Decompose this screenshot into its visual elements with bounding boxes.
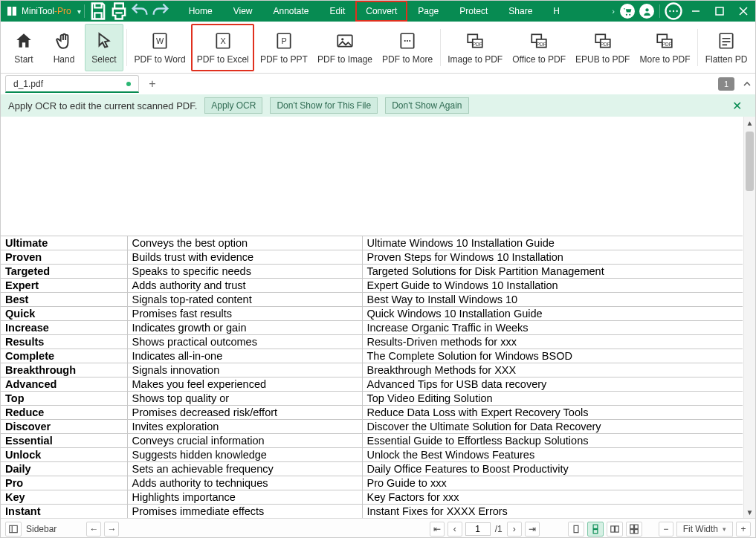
view-continuous-button[interactable] xyxy=(587,522,604,537)
excel-icon: X xyxy=(213,30,233,51)
tool-office-to-pdf[interactable]: PDFOffice to PDF xyxy=(508,24,570,71)
menu-view[interactable]: View xyxy=(223,1,263,22)
svg-rect-37 xyxy=(630,525,633,528)
tool-pdf-to-more[interactable]: PDF to More xyxy=(378,24,437,71)
view-facing-button[interactable] xyxy=(607,522,623,537)
tool-pdf-to-word[interactable]: WPDF to Word xyxy=(130,24,190,71)
table-cell: Reduce xyxy=(1,406,127,420)
prev-page-button[interactable]: ← xyxy=(86,522,101,537)
tool-pdf-to-ppt[interactable]: PPDF to PPT xyxy=(256,24,311,71)
table-cell: Quick Windows 10 Installation Guide xyxy=(362,307,743,321)
table-cell: Increase Organic Traffic in Weeks xyxy=(362,321,743,335)
table-row: InstantPromises immediate effectsInstant… xyxy=(1,505,743,519)
table-cell: Conveys the best option xyxy=(127,236,362,250)
page-up-button[interactable]: ‹ xyxy=(448,522,462,537)
menu-home[interactable]: Home xyxy=(178,1,223,22)
table-cell: Reduce Data Loss with Expert Recovery To… xyxy=(362,406,743,420)
apply-ocr-button[interactable]: Apply OCR xyxy=(204,97,262,114)
tool-start[interactable]: Start xyxy=(4,24,43,71)
table-cell: Discover the Ultimate Solution for Data … xyxy=(362,420,743,434)
svg-rect-33 xyxy=(593,525,598,528)
tab-modified-dot xyxy=(126,82,131,86)
menu-annotate[interactable]: Annotate xyxy=(263,1,320,22)
page-down-button[interactable]: › xyxy=(507,522,522,537)
table-row: KeyHighlights importanceKey Factors for … xyxy=(1,490,743,505)
document-viewport[interactable]: UltimateConveys the best optionUltimate … xyxy=(1,117,743,518)
last-page-button[interactable]: ⇥ xyxy=(525,522,540,537)
redo-icon[interactable] xyxy=(150,1,171,22)
menu-page[interactable]: Page xyxy=(407,1,449,22)
dont-show-again-button[interactable]: Don't Show Again xyxy=(385,97,468,114)
dont-show-file-button[interactable]: Don't Show for This File xyxy=(270,97,378,114)
print-icon[interactable] xyxy=(109,1,129,22)
tool-flatten-pd[interactable]: Flatten PD xyxy=(701,24,752,71)
tool-image-to-pdf[interactable]: PDFImage to PDF xyxy=(444,24,507,71)
scroll-down-icon[interactable]: ▼ xyxy=(744,506,755,518)
page-number-input[interactable] xyxy=(465,522,491,536)
add-tab-button[interactable]: + xyxy=(143,75,161,93)
save-icon[interactable] xyxy=(88,1,109,22)
table-cell: Daily Office Features to Boost Productiv… xyxy=(362,462,743,476)
table-cell: Breakthrough Methods for XXX xyxy=(362,363,743,377)
close-button[interactable] xyxy=(731,1,755,22)
tool-pdf-to-image[interactable]: PDF to Image xyxy=(313,24,376,71)
svg-rect-40 xyxy=(634,529,638,533)
minimize-button[interactable] xyxy=(684,1,708,22)
epub2pdf-icon: PDF xyxy=(593,30,613,51)
undo-icon[interactable] xyxy=(129,1,150,22)
maximize-button[interactable] xyxy=(708,1,731,22)
scroll-up-icon[interactable]: ▲ xyxy=(744,117,755,129)
user-icon[interactable] xyxy=(639,4,654,19)
table-cell: Promises fast results xyxy=(127,307,362,321)
zoom-selector[interactable]: Fit Width▾ xyxy=(676,522,733,537)
table-cell: Ultimate Windows 10 Installation Guide xyxy=(362,236,743,250)
table-cell: Results-Driven methods for xxx xyxy=(362,335,743,349)
view-facing-continuous-button[interactable] xyxy=(626,522,642,537)
table-row: QuickPromises fast resultsQuick Windows … xyxy=(1,307,743,321)
tool-epub-to-pdf[interactable]: PDFEPUB to PDF xyxy=(572,24,634,71)
menu-edit[interactable]: Edit xyxy=(320,1,356,22)
tool-label: Start xyxy=(14,54,33,65)
first-page-button[interactable]: ⇤ xyxy=(430,522,445,537)
tool-more-to-pdf[interactable]: PDFMore to PDF xyxy=(636,24,694,71)
table-row: AdvancedMakes you feel experiencedAdvanc… xyxy=(1,377,743,392)
menu-share[interactable]: Share xyxy=(498,1,543,22)
sidebar-toggle-button[interactable] xyxy=(5,522,22,537)
vertical-scrollbar[interactable]: ▲ ▼ xyxy=(743,117,755,518)
table-cell: Essential Guide to Effortless Backup Sol… xyxy=(362,434,743,448)
home-icon xyxy=(14,30,33,51)
tool-select[interactable]: Select xyxy=(85,24,123,71)
table-cell: Adds authority to techniques xyxy=(127,476,362,490)
table-cell: Discover xyxy=(1,420,127,434)
menu-convert[interactable]: Convert xyxy=(355,1,407,22)
next-page-button[interactable]: → xyxy=(104,522,119,537)
menu-h[interactable]: H xyxy=(543,1,570,22)
ocr-close-icon[interactable]: ✕ xyxy=(726,96,748,116)
table-cell: Pro Guide to xxx xyxy=(362,476,743,490)
tool-pdf-to-excel[interactable]: XPDF to Excel xyxy=(191,24,254,71)
zoom-in-button[interactable]: + xyxy=(736,522,751,537)
view-single-button[interactable] xyxy=(568,522,584,537)
dropdown-icon[interactable]: ▾ xyxy=(77,7,81,16)
tab-chevron-up-icon[interactable] xyxy=(739,80,755,88)
svg-rect-5 xyxy=(716,7,723,15)
tool-hand[interactable]: Hand xyxy=(45,24,83,71)
zoom-out-button[interactable]: − xyxy=(659,522,673,537)
document-tab[interactable]: d_1.pdf xyxy=(5,75,139,93)
svg-text:W: W xyxy=(156,36,164,45)
tool-label: PDF to More xyxy=(382,54,433,65)
svg-rect-36 xyxy=(615,525,618,531)
menu-protect[interactable]: Protect xyxy=(449,1,498,22)
ppt-icon: P xyxy=(274,30,294,51)
table-row: DiscoverInvites explorationDiscover the … xyxy=(1,420,743,434)
table-row: UnlockSuggests hidden knowledgeUnlock th… xyxy=(1,448,743,462)
table-row: BestSignals top-rated contentBest Way to… xyxy=(1,293,743,307)
scroll-thumb[interactable] xyxy=(746,132,754,191)
cart-icon[interactable] xyxy=(620,4,635,19)
chevron-right-icon[interactable]: › xyxy=(612,7,615,16)
page-count-badge: 1 xyxy=(718,77,734,91)
chat-icon[interactable] xyxy=(663,1,684,22)
svg-text:PDF: PDF xyxy=(537,41,546,46)
svg-rect-39 xyxy=(630,529,633,533)
table-row: ExpertAdds authority and trustExpert Gui… xyxy=(1,279,743,293)
